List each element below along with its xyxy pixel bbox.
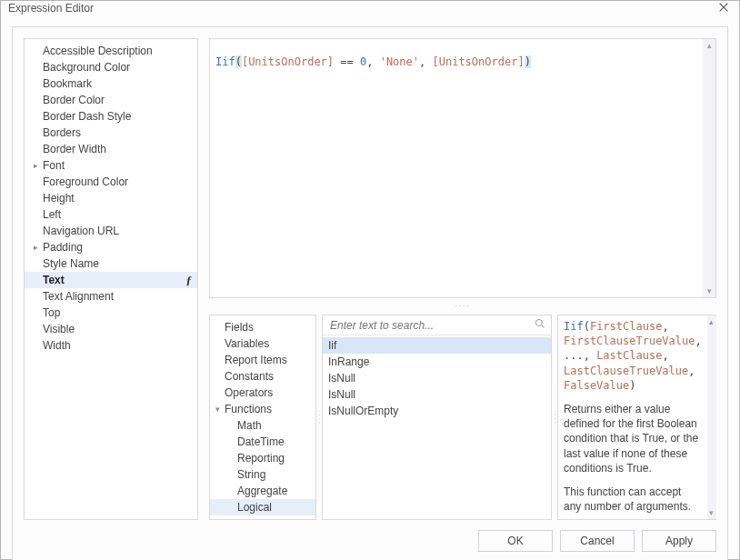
search-icon[interactable]	[535, 318, 545, 332]
property-item-font[interactable]: ▸Font	[25, 157, 197, 174]
close-button[interactable]	[717, 1, 732, 15]
scroll-down-icon[interactable]: ▾	[707, 508, 716, 517]
property-label: Style Name	[41, 257, 99, 270]
description-scrollbar[interactable]: ▴ ▾	[707, 315, 716, 519]
property-label: Text	[41, 274, 65, 286]
search-row	[323, 315, 551, 335]
property-label: Text Alignment	[41, 290, 114, 303]
property-item-border-width[interactable]: Border Width	[25, 141, 197, 157]
property-item-width[interactable]: Width	[25, 337, 197, 354]
category-item-functions[interactable]: ▾Functions	[210, 401, 315, 417]
token-string: 'None'	[380, 55, 419, 68]
property-item-borders[interactable]: Borders	[25, 125, 197, 141]
functions-list[interactable]: IifInRangeIsNullIsNullIsNullOrEmpty	[323, 335, 551, 519]
property-item-padding[interactable]: ▸Padding	[25, 239, 197, 255]
property-item-accessible-description[interactable]: Accessible Description	[25, 43, 197, 59]
function-item-iif[interactable]: Iif	[323, 337, 551, 354]
property-item-visible[interactable]: Visible	[25, 321, 197, 337]
function-item-inrange[interactable]: InRange	[323, 354, 551, 370]
functions-panel: IifInRangeIsNullIsNullIsNullOrEmpty	[322, 315, 552, 520]
property-item-text[interactable]: Textƒ	[25, 272, 197, 288]
token-paren-open: (	[235, 55, 242, 68]
category-label: Aggregate	[235, 485, 287, 497]
apply-button[interactable]: Apply	[642, 530, 716, 552]
svg-point-0	[536, 320, 543, 326]
ok-button[interactable]: OK	[478, 530, 553, 552]
category-label: Constants	[223, 370, 274, 383]
category-label: Report Items	[223, 354, 287, 366]
category-label: Variables	[223, 337, 269, 350]
function-item-isnull[interactable]: IsNull	[323, 386, 551, 403]
token-comma: ,	[419, 55, 432, 68]
property-label: Background Color	[41, 61, 130, 74]
property-label: Font	[41, 159, 65, 172]
property-label: Bookmark	[41, 77, 92, 90]
content-outer: Accessible DescriptionBackground ColorBo…	[1, 15, 739, 560]
function-item-isnullorempty[interactable]: IsNullOrEmpty	[323, 403, 551, 419]
category-item-operators[interactable]: Operators	[210, 385, 315, 401]
property-label: Foreground Color	[41, 175, 128, 188]
property-item-navigation-url[interactable]: Navigation URL	[25, 223, 197, 239]
editor-scrollbar[interactable]: ▴ ▾	[703, 39, 715, 297]
scroll-up-icon[interactable]: ▴	[707, 317, 716, 326]
property-item-style-name[interactable]: Style Name	[25, 255, 197, 272]
search-input[interactable]	[328, 318, 535, 333]
category-item-logical[interactable]: Logical	[210, 499, 315, 515]
property-item-foreground-color[interactable]: Foreground Color	[25, 174, 197, 190]
titlebar: Expression Editor	[1, 1, 739, 15]
chevron-right-icon[interactable]: ▸	[30, 239, 41, 255]
category-label: String	[235, 468, 265, 481]
category-item-variables[interactable]: Variables	[210, 335, 315, 352]
category-label: Logical	[235, 501, 272, 514]
token-paren-close: )	[525, 55, 531, 68]
property-label: Border Width	[41, 143, 106, 155]
property-label: Visible	[41, 323, 75, 335]
token-comma: ,	[366, 55, 379, 68]
function-item-isnull[interactable]: IsNull	[323, 370, 551, 386]
horizontal-splitter[interactable]: ····	[209, 305, 716, 308]
chevron-right-icon[interactable]: ▸	[30, 157, 41, 174]
scroll-up-icon[interactable]: ▴	[705, 41, 714, 50]
property-item-top[interactable]: Top	[25, 305, 197, 321]
expression-text-area[interactable]: Iif([UnitsOnOrder] == 0, 'None', [UnitsO…	[210, 39, 703, 297]
property-label: Height	[41, 192, 75, 205]
cancel-button[interactable]: Cancel	[560, 530, 635, 552]
properties-tree[interactable]: Accessible DescriptionBackground ColorBo…	[25, 39, 197, 519]
property-item-text-alignment[interactable]: Text Alignment	[25, 288, 197, 305]
property-label: Navigation URL	[41, 225, 119, 237]
category-item-fields[interactable]: Fields	[210, 319, 315, 335]
property-label: Padding	[41, 241, 83, 254]
lower-row: FieldsVariablesReport ItemsConstantsOper…	[209, 315, 716, 520]
category-item-math[interactable]: Math	[210, 417, 315, 434]
token-field: [UnitsOnOrder]	[432, 55, 524, 68]
property-label: Left	[41, 208, 61, 221]
categories-tree[interactable]: FieldsVariablesReport ItemsConstantsOper…	[210, 315, 315, 519]
property-item-left[interactable]: Left	[25, 206, 197, 223]
category-item-aggregate[interactable]: Aggregate	[210, 483, 315, 499]
property-item-border-color[interactable]: Border Color	[25, 92, 197, 108]
category-label: DateTime	[235, 435, 285, 448]
category-item-reporting[interactable]: Reporting	[210, 450, 315, 466]
property-label: Borders	[41, 126, 81, 139]
window-title: Expression Editor	[8, 2, 94, 15]
category-label: Reporting	[235, 452, 285, 465]
property-item-height[interactable]: Height	[25, 190, 197, 206]
property-item-border-dash-style[interactable]: Border Dash Style	[25, 108, 197, 125]
content-border: Accessible DescriptionBackground ColorBo…	[12, 26, 728, 560]
property-item-background-color[interactable]: Background Color	[25, 59, 197, 75]
expression-editor-window: Expression Editor Accessible Description…	[0, 0, 740, 560]
categories-panel: FieldsVariablesReport ItemsConstantsOper…	[209, 315, 316, 520]
property-item-bookmark[interactable]: Bookmark	[25, 75, 197, 92]
property-label: Border Color	[41, 94, 105, 106]
token-field: [UnitsOnOrder]	[242, 55, 334, 68]
category-item-report-items[interactable]: Report Items	[210, 352, 315, 368]
property-label: Border Dash Style	[41, 110, 131, 123]
scroll-down-icon[interactable]: ▾	[705, 286, 714, 295]
signature: Iif(FirstClause, FirstClauseTrueValue, .…	[564, 319, 702, 393]
category-item-datetime[interactable]: DateTime	[210, 434, 315, 450]
category-item-string[interactable]: String	[210, 466, 315, 483]
property-label: Top	[41, 306, 60, 319]
svg-line-1	[542, 325, 545, 328]
chevron-down-icon[interactable]: ▾	[212, 401, 223, 417]
category-item-constants[interactable]: Constants	[210, 368, 315, 385]
